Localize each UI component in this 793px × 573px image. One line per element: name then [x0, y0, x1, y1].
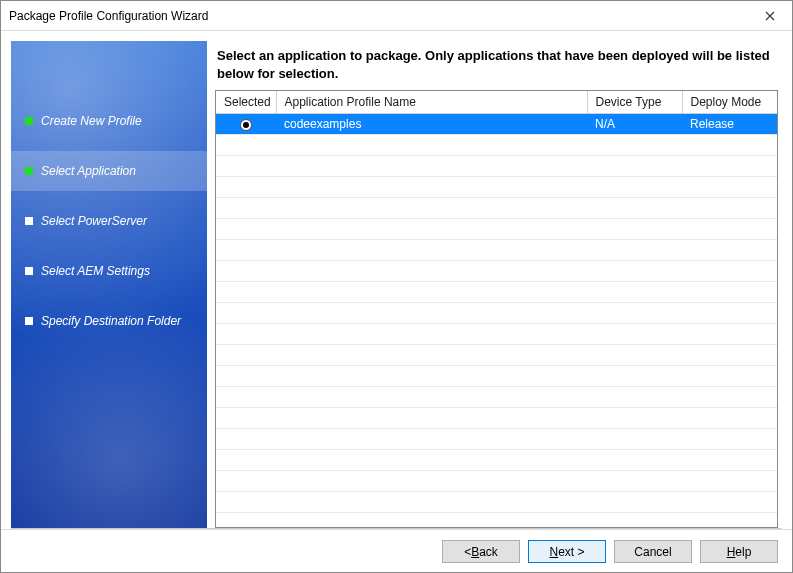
- table-row[interactable]: [216, 366, 777, 387]
- empty-cell: [276, 303, 587, 324]
- help-button[interactable]: Help: [700, 540, 778, 563]
- radio-icon[interactable]: [240, 119, 252, 131]
- step-label: Select AEM Settings: [41, 264, 150, 278]
- empty-cell: [682, 471, 777, 492]
- table-row[interactable]: [216, 282, 777, 303]
- empty-cell: [682, 156, 777, 177]
- empty-cell: [587, 471, 682, 492]
- step-bullet-icon: [25, 117, 33, 125]
- table-row[interactable]: codeexamplesN/ARelease: [216, 114, 777, 135]
- back-button[interactable]: < Back: [442, 540, 520, 563]
- table-row[interactable]: [216, 429, 777, 450]
- cell-selected[interactable]: [216, 114, 276, 135]
- empty-cell: [276, 135, 587, 156]
- table-row[interactable]: [216, 450, 777, 471]
- empty-cell: [216, 429, 276, 450]
- wizard-step[interactable]: Specify Destination Folder: [11, 301, 207, 341]
- table-row[interactable]: [216, 261, 777, 282]
- empty-cell: [276, 450, 587, 471]
- table-row[interactable]: [216, 492, 777, 513]
- empty-cell: [276, 177, 587, 198]
- empty-cell: [587, 303, 682, 324]
- back-suffix: ack: [479, 545, 498, 559]
- table-row[interactable]: [216, 387, 777, 408]
- empty-cell: [682, 198, 777, 219]
- empty-cell: [276, 261, 587, 282]
- empty-cell: [216, 156, 276, 177]
- content-area: Create New ProfileSelect ApplicationSele…: [1, 31, 792, 528]
- table-row[interactable]: [216, 324, 777, 345]
- wizard-step[interactable]: Select AEM Settings: [11, 251, 207, 291]
- wizard-step[interactable]: Select Application: [11, 151, 207, 191]
- empty-cell: [587, 240, 682, 261]
- empty-cell: [682, 219, 777, 240]
- back-prefix: <: [464, 545, 471, 559]
- col-header-device[interactable]: Device Type: [587, 91, 682, 114]
- next-button[interactable]: Next >: [528, 540, 606, 563]
- col-header-deploy[interactable]: Deploy Mode: [682, 91, 777, 114]
- wizard-footer: < Back Next > Cancel Help: [1, 529, 792, 573]
- table-row[interactable]: [216, 303, 777, 324]
- wizard-step[interactable]: Select PowerServer: [11, 201, 207, 241]
- empty-cell: [216, 366, 276, 387]
- table-row[interactable]: [216, 156, 777, 177]
- wizard-step[interactable]: Create New Profile: [11, 101, 207, 141]
- table-row[interactable]: [216, 219, 777, 240]
- empty-cell: [682, 240, 777, 261]
- cancel-button[interactable]: Cancel: [614, 540, 692, 563]
- table-row[interactable]: [216, 240, 777, 261]
- back-mnemonic: B: [471, 545, 479, 559]
- empty-cell: [587, 429, 682, 450]
- empty-cell: [216, 492, 276, 513]
- empty-cell: [682, 177, 777, 198]
- empty-cell: [276, 492, 587, 513]
- close-icon: [765, 11, 775, 21]
- empty-cell: [682, 492, 777, 513]
- table-row[interactable]: [216, 135, 777, 156]
- empty-cell: [587, 135, 682, 156]
- empty-cell: [216, 345, 276, 366]
- cell-device-type: N/A: [587, 114, 682, 135]
- empty-cell: [216, 282, 276, 303]
- empty-cell: [587, 219, 682, 240]
- table-row[interactable]: [216, 345, 777, 366]
- step-label: Select Application: [41, 164, 136, 178]
- wizard-sidebar: Create New ProfileSelect ApplicationSele…: [11, 41, 207, 528]
- close-button[interactable]: [747, 1, 792, 30]
- empty-cell: [276, 345, 587, 366]
- empty-cell: [587, 387, 682, 408]
- window-title: Package Profile Configuration Wizard: [9, 9, 208, 23]
- empty-cell: [682, 135, 777, 156]
- empty-cell: [587, 450, 682, 471]
- next-mnemonic: N: [549, 545, 558, 559]
- table-row[interactable]: [216, 177, 777, 198]
- step-bullet-icon: [25, 267, 33, 275]
- empty-cell: [682, 450, 777, 471]
- empty-cell: [587, 198, 682, 219]
- empty-cell: [216, 177, 276, 198]
- empty-cell: [276, 408, 587, 429]
- empty-cell: [216, 324, 276, 345]
- empty-cell: [587, 324, 682, 345]
- table-row[interactable]: [216, 408, 777, 429]
- table-row[interactable]: [216, 198, 777, 219]
- empty-cell: [276, 198, 587, 219]
- step-bullet-icon: [25, 167, 33, 175]
- empty-cell: [682, 261, 777, 282]
- title-bar: Package Profile Configuration Wizard: [1, 1, 792, 31]
- help-suffix: elp: [735, 545, 751, 559]
- empty-cell: [682, 345, 777, 366]
- empty-cell: [587, 261, 682, 282]
- col-header-selected[interactable]: Selected: [216, 91, 276, 114]
- table-row[interactable]: [216, 471, 777, 492]
- empty-cell: [276, 240, 587, 261]
- empty-cell: [276, 471, 587, 492]
- cell-deploy-mode: Release: [682, 114, 777, 135]
- empty-cell: [682, 324, 777, 345]
- empty-cell: [682, 366, 777, 387]
- empty-cell: [216, 408, 276, 429]
- empty-cell: [216, 303, 276, 324]
- col-header-app[interactable]: Application Profile Name: [276, 91, 587, 114]
- empty-cell: [587, 282, 682, 303]
- empty-cell: [587, 156, 682, 177]
